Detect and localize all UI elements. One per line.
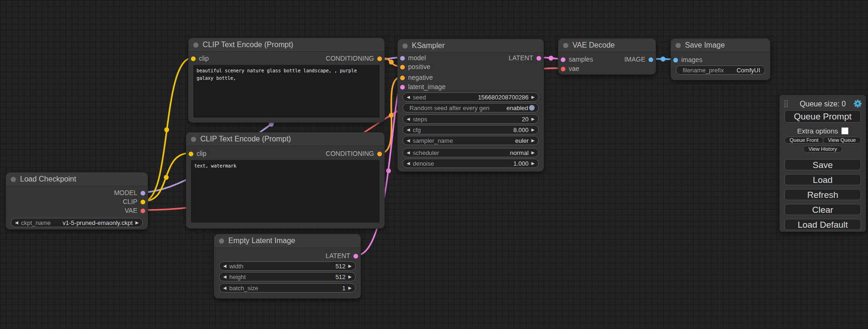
collapse-dot-icon[interactable]: [676, 43, 681, 48]
node-clip-text-encode-positive[interactable]: CLIP Text Encode (Prompt) clip CONDITION…: [188, 38, 385, 123]
node-save-image[interactable]: Save Image images filename_prefix ComfyU…: [670, 38, 770, 80]
node-graph-canvas[interactable]: Load Checkpoint MODEL CLIP VAE ◀ ckpt_na…: [0, 0, 868, 329]
input-slot-clip[interactable]: [191, 56, 196, 61]
decrement-arrow-icon[interactable]: ◀: [223, 283, 226, 293]
view-queue-button[interactable]: View Queue: [823, 137, 861, 144]
input-slot-samples[interactable]: [561, 57, 565, 62]
refresh-button[interactable]: Refresh: [784, 189, 861, 200]
increment-arrow-icon[interactable]: ▶: [348, 283, 352, 293]
height-widget[interactable]: ◀ height 512 ▶: [219, 272, 356, 281]
output-slot-vae[interactable]: [141, 209, 145, 213]
widget-value: 1.000: [514, 160, 529, 167]
input-label-images: images: [681, 56, 702, 63]
decrement-arrow-icon[interactable]: ◀: [223, 261, 226, 271]
link-positive-dot: [389, 60, 394, 64]
load-default-button[interactable]: Load Default: [784, 219, 861, 230]
decrement-arrow-icon[interactable]: ◀: [15, 218, 18, 227]
widget-value: 1: [342, 285, 346, 292]
collapse-dot-icon[interactable]: [219, 238, 224, 244]
node-empty-latent-image[interactable]: Empty Latent Image LATENT ◀ width 512 ▶ …: [214, 234, 361, 299]
node-header[interactable]: Load Checkpoint: [6, 173, 148, 186]
node-load-checkpoint[interactable]: Load Checkpoint MODEL CLIP VAE ◀ ckpt_na…: [6, 172, 148, 230]
decrement-arrow-icon[interactable]: ◀: [407, 92, 410, 102]
node-title: VAE Decode: [572, 41, 614, 49]
width-widget[interactable]: ◀ width 512 ▶: [219, 261, 356, 271]
increment-arrow-icon[interactable]: ▶: [348, 272, 352, 281]
decrement-arrow-icon[interactable]: ◀: [407, 136, 410, 145]
output-slot-image[interactable]: [649, 57, 653, 62]
node-header[interactable]: KSampler: [398, 39, 543, 53]
increment-arrow-icon[interactable]: ▶: [531, 159, 535, 168]
decrement-arrow-icon[interactable]: ◀: [223, 272, 226, 281]
decrement-arrow-icon[interactable]: ◀: [407, 125, 410, 134]
node-vae-decode[interactable]: VAE Decode samples IMAGE vae: [558, 38, 656, 75]
input-label-positive: positive: [408, 63, 430, 70]
random-seed-toggle-widget[interactable]: Random seed after every gen enabled: [402, 103, 539, 112]
node-clip-text-encode-negative[interactable]: CLIP Text Encode (Prompt) clip CONDITION…: [186, 132, 385, 229]
settings-gear-icon[interactable]: [854, 99, 862, 110]
scheduler-widget[interactable]: ◀ scheduler normal ▶: [402, 148, 539, 157]
increment-arrow-icon[interactable]: ▶: [348, 261, 352, 271]
output-slot-latent[interactable]: [353, 254, 358, 259]
input-slot-positive[interactable]: [400, 65, 405, 70]
queue-prompt-button[interactable]: Queue Prompt: [784, 110, 861, 123]
ckpt-name-widget[interactable]: ◀ ckpt_name v1-5-pruned-emaonly.ckpt ▶: [11, 218, 143, 227]
view-history-button[interactable]: View History: [803, 146, 842, 153]
link-image-dot: [661, 56, 665, 61]
clear-button[interactable]: Clear: [784, 204, 861, 215]
input-slot-images[interactable]: [673, 58, 678, 63]
input-label-negative: negative: [408, 74, 433, 81]
increment-arrow-icon[interactable]: ▶: [531, 125, 535, 134]
queue-front-button[interactable]: Queue Front: [784, 137, 824, 144]
widget-value: v1-5-pruned-emaonly.ckpt: [63, 219, 133, 226]
steps-widget[interactable]: ◀ steps 20 ▶: [402, 114, 539, 124]
extra-options-checkbox[interactable]: [841, 127, 848, 134]
node-header[interactable]: Empty Latent Image: [214, 234, 360, 248]
input-label-model: model: [408, 54, 426, 62]
cfg-widget[interactable]: ◀ cfg 8.000 ▶: [402, 125, 539, 134]
node-ksampler[interactable]: KSampler model LATENT positive negative …: [397, 39, 544, 172]
toggle-enabled-icon[interactable]: [529, 105, 535, 111]
decrement-arrow-icon[interactable]: ◀: [407, 159, 410, 168]
prompt-textarea[interactable]: text, watermark: [191, 160, 380, 223]
collapse-dot-icon[interactable]: [191, 137, 196, 142]
widget-value: normal: [510, 149, 529, 156]
collapse-dot-icon[interactable]: [193, 42, 198, 48]
filename-prefix-widget[interactable]: filename_prefix ComfyUI: [676, 65, 765, 75]
sampler-name-widget[interactable]: ◀ sampler_name euler ▶: [402, 136, 539, 145]
batch-size-widget[interactable]: ◀ batch_size 1 ▶: [219, 283, 356, 293]
input-slot-negative[interactable]: [400, 76, 405, 80]
decrement-arrow-icon[interactable]: ◀: [407, 114, 410, 124]
save-button[interactable]: Save: [784, 159, 861, 170]
denoise-widget[interactable]: ◀ denoise 1.000 ▶: [402, 159, 539, 168]
increment-arrow-icon[interactable]: ▶: [531, 148, 535, 157]
increment-arrow-icon[interactable]: ▶: [531, 136, 535, 145]
decrement-arrow-icon[interactable]: ◀: [407, 148, 410, 157]
seed-widget[interactable]: ◀ seed 156680208700286 ▶: [402, 92, 539, 102]
node-header[interactable]: CLIP Text Encode (Prompt): [189, 38, 384, 52]
increment-arrow-icon[interactable]: ▶: [135, 218, 139, 227]
node-header[interactable]: Save Image: [671, 39, 770, 52]
collapse-dot-icon[interactable]: [11, 177, 16, 182]
increment-arrow-icon[interactable]: ▶: [531, 92, 535, 102]
node-header[interactable]: VAE Decode: [558, 39, 656, 52]
node-header[interactable]: CLIP Text Encode (Prompt): [186, 133, 384, 146]
node-title: Save Image: [685, 41, 725, 49]
output-slot-model[interactable]: [141, 191, 145, 196]
output-slot-clip[interactable]: [141, 200, 145, 204]
input-slot-vae[interactable]: [561, 67, 565, 71]
input-slot-latent-image[interactable]: [400, 85, 405, 90]
prompt-textarea[interactable]: beautiful scenery nature glass bottle la…: [193, 65, 380, 118]
collapse-dot-icon[interactable]: [563, 43, 568, 48]
input-slot-clip[interactable]: [189, 152, 193, 156]
increment-arrow-icon[interactable]: ▶: [531, 114, 535, 124]
collapse-dot-icon[interactable]: [402, 43, 408, 49]
widget-label: filename_prefix: [683, 67, 724, 74]
widget-value: ComfyUI: [736, 67, 760, 74]
output-slot-conditioning[interactable]: [377, 152, 382, 156]
input-slot-model[interactable]: [400, 56, 405, 61]
output-slot-latent[interactable]: [536, 56, 541, 61]
load-button[interactable]: Load: [784, 174, 861, 185]
output-slot-conditioning[interactable]: [377, 56, 382, 61]
widget-value: enabled: [507, 105, 528, 112]
